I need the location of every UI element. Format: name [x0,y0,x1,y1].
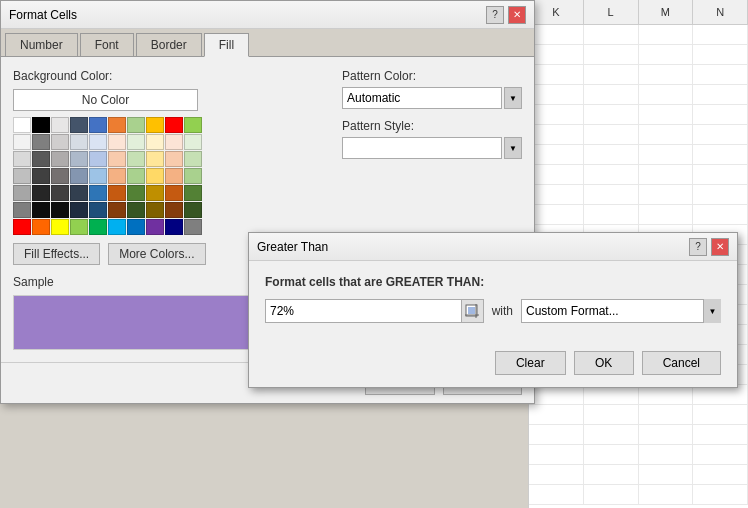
color-swatch[interactable] [165,168,183,184]
accent-color-swatch[interactable] [89,219,107,235]
gt-close-button[interactable]: ✕ [711,238,729,256]
color-swatch[interactable] [184,202,202,218]
tab-number[interactable]: Number [5,33,78,56]
color-swatch[interactable] [13,134,31,150]
color-swatch[interactable] [51,168,69,184]
color-swatch[interactable] [108,185,126,201]
gt-clear-button[interactable]: Clear [495,351,566,375]
accent-color-swatch[interactable] [127,219,145,235]
accent-color-swatch[interactable] [165,219,183,235]
color-swatch[interactable] [146,151,164,167]
color-swatch[interactable] [51,117,69,133]
accent-color-swatch[interactable] [13,219,31,235]
spreadsheet-row [529,205,748,225]
color-swatch[interactable] [108,134,126,150]
color-swatch[interactable] [13,185,31,201]
color-swatch[interactable] [146,202,164,218]
gt-ok-button[interactable]: OK [574,351,634,375]
color-swatch[interactable] [165,202,183,218]
color-swatch[interactable] [13,117,31,133]
color-swatch[interactable] [70,168,88,184]
gt-value-input[interactable] [266,304,461,318]
color-swatch[interactable] [51,134,69,150]
spreadsheet-row [529,385,748,405]
color-swatch[interactable] [108,202,126,218]
color-swatch[interactable] [89,168,107,184]
color-swatch[interactable] [184,134,202,150]
color-swatch[interactable] [32,202,50,218]
theme-colors-grid [13,134,322,218]
color-swatch[interactable] [51,185,69,201]
color-swatch[interactable] [127,134,145,150]
spreadsheet-row [529,85,748,105]
help-button[interactable]: ? [486,6,504,24]
color-swatch[interactable] [51,202,69,218]
gt-format-input[interactable] [521,299,721,323]
pattern-color-dropdown[interactable]: ▼ [504,87,522,109]
color-swatch[interactable] [127,185,145,201]
color-swatch[interactable] [165,151,183,167]
color-swatch[interactable] [70,202,88,218]
color-swatch[interactable] [127,151,145,167]
accent-color-swatch[interactable] [146,219,164,235]
tab-border[interactable]: Border [136,33,202,56]
pattern-color-input[interactable] [342,87,502,109]
color-swatch[interactable] [146,168,164,184]
accent-color-swatch[interactable] [184,219,202,235]
fill-effects-button[interactable]: Fill Effects... [13,243,100,265]
color-swatch[interactable] [146,117,164,133]
color-swatch[interactable] [70,185,88,201]
spreadsheet-row [529,465,748,485]
pattern-style-dropdown[interactable]: ▼ [504,137,522,159]
color-swatch[interactable] [108,168,126,184]
color-swatch[interactable] [184,168,202,184]
gt-cancel-button[interactable]: Cancel [642,351,721,375]
color-swatch[interactable] [184,185,202,201]
gt-title-controls: ? ✕ [689,238,729,256]
gt-format-dropdown[interactable]: ▼ [703,299,721,323]
color-swatch[interactable] [32,185,50,201]
color-swatch[interactable] [127,202,145,218]
color-swatch[interactable] [184,117,202,133]
spreadsheet-header: K L M N [529,0,748,25]
pattern-color-wrap: ▼ [342,87,522,109]
gt-footer: Clear OK Cancel [249,345,737,387]
color-swatch[interactable] [165,117,183,133]
color-swatch[interactable] [108,151,126,167]
accent-color-swatch[interactable] [32,219,50,235]
color-swatch[interactable] [32,117,50,133]
color-swatch[interactable] [89,185,107,201]
gt-help-button[interactable]: ? [689,238,707,256]
accent-color-swatch[interactable] [108,219,126,235]
color-swatch[interactable] [13,202,31,218]
color-swatch[interactable] [89,202,107,218]
tab-font[interactable]: Font [80,33,134,56]
color-swatch[interactable] [127,117,145,133]
color-swatch[interactable] [165,134,183,150]
accent-color-swatch[interactable] [70,219,88,235]
tab-fill[interactable]: Fill [204,33,249,57]
color-swatch[interactable] [89,117,107,133]
color-swatch[interactable] [32,151,50,167]
color-swatch[interactable] [70,151,88,167]
color-swatch[interactable] [13,151,31,167]
color-swatch[interactable] [89,151,107,167]
color-swatch[interactable] [146,134,164,150]
more-colors-button[interactable]: More Colors... [108,243,205,265]
no-color-button[interactable]: No Color [13,89,198,111]
color-swatch[interactable] [165,185,183,201]
color-swatch[interactable] [51,151,69,167]
accent-color-swatch[interactable] [51,219,69,235]
color-swatch[interactable] [89,134,107,150]
color-swatch[interactable] [146,185,164,201]
color-swatch[interactable] [108,117,126,133]
gt-value-icon[interactable] [461,300,483,322]
color-swatch[interactable] [32,168,50,184]
color-swatch[interactable] [70,117,88,133]
close-button[interactable]: ✕ [508,6,526,24]
color-swatch[interactable] [70,134,88,150]
color-swatch[interactable] [13,168,31,184]
color-swatch[interactable] [32,134,50,150]
color-swatch[interactable] [127,168,145,184]
color-swatch[interactable] [184,151,202,167]
